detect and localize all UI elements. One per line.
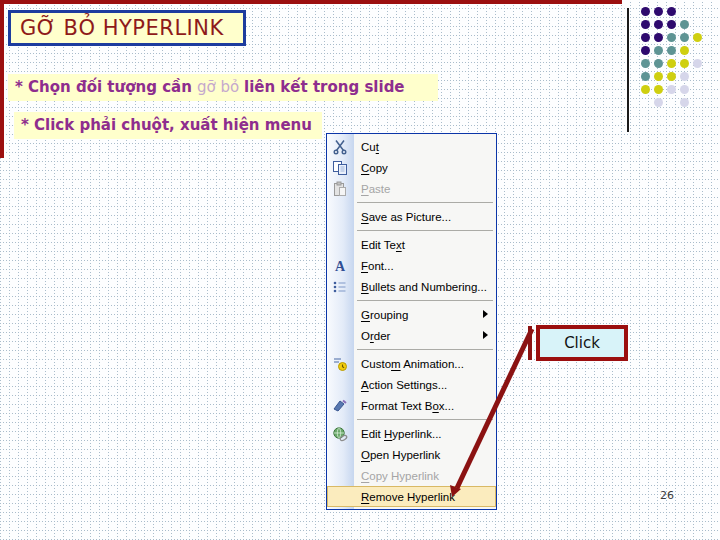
menu-item-order[interactable]: Order: [327, 325, 496, 346]
decoration-dot: [667, 72, 676, 81]
menu-item-label: Paste: [361, 183, 390, 195]
menu-item-bullets-and-numbering[interactable]: Bullets and Numbering...: [327, 276, 496, 297]
menu-item-label: Bullets and Numbering...: [361, 281, 487, 293]
menu-item-label: Font...: [361, 260, 394, 272]
menu-item-paste[interactable]: Paste: [327, 178, 496, 199]
decoration-dot: [654, 98, 663, 107]
menu-item-grouping[interactable]: Grouping: [327, 304, 496, 325]
menu-item-save-as-picture[interactable]: Save as Picture...: [327, 206, 496, 227]
custom-animation-icon: [331, 355, 349, 373]
decoration-dot: [680, 98, 689, 107]
decoration-dot: [641, 7, 650, 16]
menu-item-label: Edit Text: [361, 239, 405, 251]
decoration-dot: [654, 20, 663, 29]
menu-item-label: Save as Picture...: [361, 211, 451, 223]
decoration-dot: [680, 85, 689, 94]
menu-item-label: Copy: [361, 162, 388, 174]
menu-item-label: Open Hyperlink: [361, 449, 440, 461]
decoration-dot: [667, 46, 676, 55]
decoration-dot: [667, 85, 676, 94]
menu-item-copy-hyperlink[interactable]: Copy Hyperlink: [327, 465, 496, 486]
menu-item-label: Order: [361, 330, 390, 342]
decoration-dot: [641, 85, 650, 94]
paste-icon: [331, 180, 349, 198]
decoration-dot: [667, 59, 676, 68]
menu-item-open-hyperlink[interactable]: Open Hyperlink: [327, 444, 496, 465]
menu-item-custom-animation[interactable]: Custom Animation...: [327, 353, 496, 374]
page-number: 26: [660, 489, 674, 502]
bullet-line-2: * Click phải chuột, xuất hiện menu: [14, 112, 322, 139]
decoration-dot: [654, 7, 663, 16]
decoration-dot: [641, 46, 650, 55]
bullet2-text: * Click phải chuột, xuất hiện menu: [21, 116, 312, 134]
menu-item-cut[interactable]: Cut: [327, 136, 496, 157]
menu-item-label: Remove Hyperlink: [361, 491, 455, 503]
submenu-arrow-icon: [483, 310, 488, 318]
font-icon: A: [331, 257, 349, 275]
context-menu-items: CutCopyPasteSave as Picture...Edit TextA…: [327, 136, 496, 507]
bullet1-post: liên kết trong slide: [244, 78, 405, 96]
svg-text:A: A: [335, 259, 346, 274]
menu-separator: [357, 349, 493, 350]
decoration-dot: [654, 72, 663, 81]
context-menu: CutCopyPasteSave as Picture...Edit TextA…: [326, 133, 497, 510]
decoration-dot: [641, 20, 650, 29]
decoration-dot: [654, 46, 663, 55]
decoration-dot: [667, 7, 676, 16]
menu-item-font[interactable]: AFont...: [327, 255, 496, 276]
divider-line: [627, 8, 629, 132]
decoration-dot: [693, 59, 702, 68]
decoration-dot: [680, 72, 689, 81]
menu-item-label: Custom Animation...: [361, 358, 464, 370]
decoration-dot: [680, 33, 689, 42]
menu-item-format-text-box[interactable]: Format Text Box...: [327, 395, 496, 416]
decoration-dot: [641, 33, 650, 42]
menu-separator: [357, 230, 493, 231]
left-accent-bar: [0, 0, 4, 158]
bullet1-hyperlink-text[interactable]: gỡ bỏ: [197, 78, 244, 96]
decoration-dot: [654, 59, 663, 68]
bullet-line-1: * Chọn đối tượng cần gỡ bỏ liên kết tron…: [8, 74, 438, 101]
page-title: GỠ BỎ HYPERLINK: [20, 16, 224, 40]
decoration-dot: [680, 59, 689, 68]
menu-item-label: Grouping: [361, 309, 408, 321]
menu-separator: [357, 202, 493, 203]
decoration-dot: [641, 59, 650, 68]
menu-item-copy[interactable]: Copy: [327, 157, 496, 178]
slide: GỠ BỎ HYPERLINK * Chọn đối tượng cần gỡ …: [0, 0, 720, 540]
menu-item-label: Copy Hyperlink: [361, 470, 439, 482]
bullet1-pre: * Chọn đối tượng cần: [15, 78, 197, 96]
title-box: GỠ BỎ HYPERLINK: [8, 10, 246, 46]
menu-item-remove-hyperlink[interactable]: Remove Hyperlink: [327, 486, 496, 507]
top-accent-bar: [0, 0, 622, 4]
hyperlink-icon: [331, 425, 349, 443]
click-callout[interactable]: Click: [536, 325, 628, 361]
menu-item-label: Format Text Box...: [361, 400, 454, 412]
menu-item-edit-hyperlink[interactable]: Edit Hyperlink...: [327, 423, 496, 444]
copy-icon: [331, 159, 349, 177]
decoration-dot: [680, 46, 689, 55]
decoration-dot: [654, 33, 663, 42]
decoration-dot: [667, 20, 676, 29]
bullets-icon: [331, 278, 349, 296]
click-callout-label: Click: [564, 334, 600, 352]
menu-item-edit-text[interactable]: Edit Text: [327, 234, 496, 255]
decoration-dot: [654, 85, 663, 94]
menu-item-label: Cut: [361, 141, 379, 153]
decoration-dot: [680, 20, 689, 29]
menu-item-label: Action Settings...: [361, 379, 447, 391]
submenu-arrow-icon: [483, 331, 488, 339]
menu-separator: [357, 300, 493, 301]
dot-decoration: [641, 7, 707, 111]
decoration-dot: [693, 33, 702, 42]
scissors-icon: [331, 138, 349, 156]
menu-item-action-settings[interactable]: Action Settings...: [327, 374, 496, 395]
decoration-dot: [641, 72, 650, 81]
decoration-dot: [667, 33, 676, 42]
menu-item-label: Edit Hyperlink...: [361, 428, 442, 440]
menu-separator: [357, 419, 493, 420]
format-icon: [331, 397, 349, 415]
